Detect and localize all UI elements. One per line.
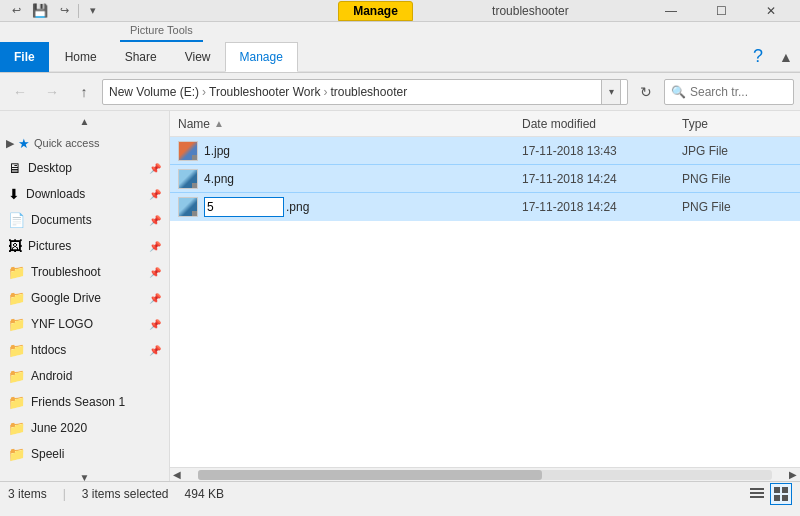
hscroll-left-btn[interactable]: ◀	[170, 469, 184, 480]
chevron-right-icon: ▶	[6, 137, 14, 150]
sidebar-item-desktop[interactable]: 🖥 Desktop 📌	[0, 155, 169, 181]
file-extension: .png	[286, 200, 309, 214]
sidebar-item-troubleshoot[interactable]: 📁 Troubleshoot 📌	[0, 259, 169, 285]
downloads-icon: ⬇	[8, 186, 20, 202]
window-title: troubleshooter	[417, 4, 644, 18]
desktop-icon: 🖥	[8, 160, 22, 176]
col-date-header[interactable]: Date modified	[522, 117, 682, 131]
back-button[interactable]: ←	[6, 78, 34, 106]
htdocs-icon: 📁	[8, 342, 25, 358]
items-count: 3 items	[8, 487, 47, 501]
friends-season-icon: 📁	[8, 394, 25, 410]
sidebar-item-pictures[interactable]: 🖼 Pictures 📌	[0, 233, 169, 259]
file-name-editing[interactable]: .png	[204, 197, 522, 217]
speeli-icon: 📁	[8, 446, 25, 462]
file-icon-jpg	[178, 141, 198, 161]
file-date: 17-11-2018 14:24	[522, 200, 682, 214]
file-area: Name ▲ Date modified Type 1.jpg 17-11-20…	[170, 111, 800, 481]
col-type-header[interactable]: Type	[682, 117, 792, 131]
qa-redo-btn[interactable]: ↪	[54, 2, 74, 20]
minimize-button[interactable]: —	[648, 0, 694, 27]
help-button[interactable]: ?	[744, 43, 772, 71]
details-view-icon[interactable]	[746, 483, 768, 505]
file-icon-png	[178, 169, 198, 189]
file-type: PNG File	[682, 172, 792, 186]
svg-rect-1	[750, 492, 764, 494]
sidebar-item-google-drive[interactable]: 📁 Google Drive 📌	[0, 285, 169, 311]
selected-count: 3 items selected	[82, 487, 169, 501]
file-list: 1.jpg 17-11-2018 13:43 JPG File 4.png 17…	[170, 137, 800, 467]
hscroll-right-btn[interactable]: ▶	[786, 469, 800, 480]
svg-rect-2	[750, 496, 764, 498]
manage-tab[interactable]: Manage	[338, 1, 413, 21]
search-box[interactable]: 🔍	[664, 79, 794, 105]
collapse-ribbon-btn[interactable]: ▲	[772, 43, 800, 71]
maximize-button[interactable]: ☐	[698, 0, 744, 27]
tab-manage[interactable]: Manage	[225, 42, 298, 72]
path-drive: New Volume (E:)	[109, 85, 199, 99]
hscroll-track[interactable]	[198, 470, 772, 480]
star-icon: ★	[18, 136, 30, 151]
address-bar: ← → ↑ New Volume (E:) › Troubleshooter W…	[0, 73, 800, 111]
qa-separator	[78, 4, 79, 18]
up-button[interactable]: ↑	[70, 78, 98, 106]
search-input[interactable]	[690, 85, 787, 99]
file-row-editing[interactable]: .png 17-11-2018 14:24 PNG File	[170, 193, 800, 221]
status-bar: 3 items | 3 items selected 494 KB	[0, 481, 800, 505]
picture-tools-label: Picture Tools	[120, 20, 203, 42]
sidebar-scroll-down[interactable]: ▼	[0, 467, 169, 481]
sidebar-quick-access-header[interactable]: ▶ ★ Quick access	[0, 131, 169, 155]
path-folder2: troubleshooter	[330, 85, 407, 99]
tab-file[interactable]: File	[0, 42, 49, 72]
file-name: 4.png	[204, 172, 522, 186]
svg-rect-0	[750, 488, 764, 490]
col-name-header[interactable]: Name ▲	[178, 117, 522, 131]
sidebar-item-downloads[interactable]: ⬇ Downloads 📌	[0, 181, 169, 207]
quick-access-label: Quick access	[34, 137, 99, 149]
tab-share[interactable]: Share	[111, 42, 171, 72]
pictures-icon: 🖼	[8, 238, 22, 254]
tiles-view-icon[interactable]	[770, 483, 792, 505]
file-type: JPG File	[682, 144, 792, 158]
sidebar-item-speeli[interactable]: 📁 Speeli	[0, 441, 169, 467]
ribbon: Picture Tools File Home Share View Manag…	[0, 22, 800, 73]
address-path[interactable]: New Volume (E:) › Troubleshooter Work › …	[102, 79, 628, 105]
rename-input[interactable]	[204, 197, 284, 217]
documents-icon: 📄	[8, 212, 25, 228]
sidebar-item-friends-season[interactable]: 📁 Friends Season 1	[0, 389, 169, 415]
column-headers: Name ▲ Date modified Type	[170, 111, 800, 137]
path-chevron-btn[interactable]: ▾	[601, 79, 621, 105]
refresh-button[interactable]: ↻	[632, 79, 660, 105]
horizontal-scrollbar[interactable]: ◀ ▶	[170, 467, 800, 481]
qa-undo-btn[interactable]: ↩	[6, 2, 26, 20]
file-name: 1.jpg	[204, 144, 522, 158]
path-folder1: Troubleshooter Work	[209, 85, 320, 99]
google-drive-icon: 📁	[8, 290, 25, 306]
file-row[interactable]: 4.png 17-11-2018 14:24 PNG File	[170, 165, 800, 193]
sidebar-item-ynf-logo[interactable]: 📁 YNF LOGO 📌	[0, 311, 169, 337]
search-icon: 🔍	[671, 85, 686, 99]
file-icon-png2	[178, 197, 198, 217]
qa-dropdown-btn[interactable]: ▾	[83, 2, 103, 20]
ynf-logo-icon: 📁	[8, 316, 25, 332]
svg-rect-6	[782, 495, 788, 501]
svg-rect-5	[774, 495, 780, 501]
forward-button[interactable]: →	[38, 78, 66, 106]
sidebar: ▲ ▶ ★ Quick access 🖥 Desktop 📌 ⬇ Downloa…	[0, 111, 170, 481]
qa-save-btn[interactable]: 💾	[30, 2, 50, 20]
file-type: PNG File	[682, 200, 792, 214]
sidebar-item-htdocs[interactable]: 📁 htdocs 📌	[0, 337, 169, 363]
sidebar-item-android[interactable]: 📁 Android	[0, 363, 169, 389]
sidebar-scroll-up[interactable]: ▲	[0, 111, 169, 131]
main-content: ▲ ▶ ★ Quick access 🖥 Desktop 📌 ⬇ Downloa…	[0, 111, 800, 481]
sidebar-item-june-2020[interactable]: 📁 June 2020	[0, 415, 169, 441]
tab-view[interactable]: View	[171, 42, 225, 72]
file-row[interactable]: 1.jpg 17-11-2018 13:43 JPG File	[170, 137, 800, 165]
view-toggle-icons	[746, 483, 792, 505]
hscroll-thumb[interactable]	[198, 470, 542, 480]
close-button[interactable]: ✕	[748, 0, 794, 27]
june-2020-icon: 📁	[8, 420, 25, 436]
sidebar-item-documents[interactable]: 📄 Documents 📌	[0, 207, 169, 233]
tab-home[interactable]: Home	[51, 42, 111, 72]
troubleshoot-folder-icon: 📁	[8, 264, 25, 280]
